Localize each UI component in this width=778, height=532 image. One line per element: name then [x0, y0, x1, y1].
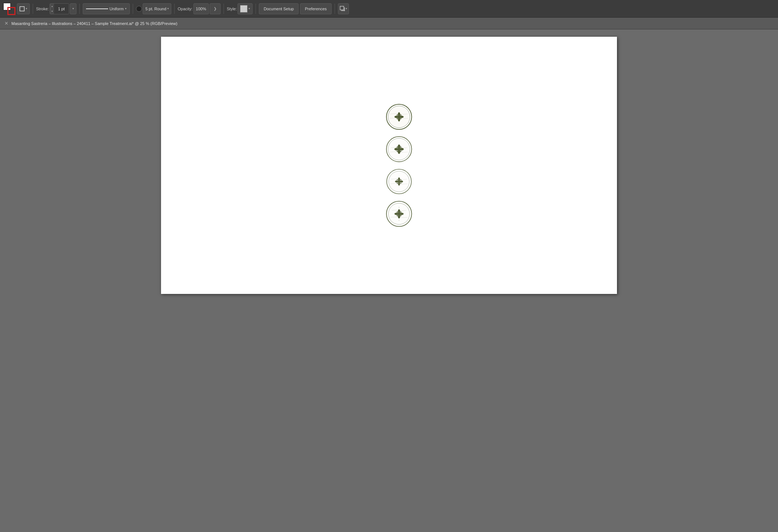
expand-icon: ❯ [214, 7, 217, 11]
mode-button[interactable]: ▾ [17, 3, 30, 14]
mode-group: ▾ [17, 3, 30, 14]
svg-point-23 [397, 148, 401, 151]
stroke-input[interactable] [54, 4, 69, 14]
mode-chevron: ▾ [26, 7, 27, 10]
button-illustration-4 [385, 200, 413, 228]
stroke-type-group: Uniform ▾ [83, 3, 130, 14]
svg-point-50 [397, 215, 398, 216]
stroke-line-preview [86, 8, 108, 9]
stroke-swatch[interactable] [7, 7, 15, 15]
stroke-fill-group [3, 3, 15, 15]
divider-5 [224, 4, 224, 14]
brush-dropdown[interactable]: 5 pt. Round ▾ [143, 3, 171, 14]
document-setup-button[interactable]: Document Setup [259, 3, 299, 14]
svg-point-48 [397, 211, 398, 213]
brush-dropdown-chevron: ▾ [167, 7, 169, 10]
stroke-group: Stroke: ▴ ▾ ▾ [36, 3, 76, 14]
divider-4 [174, 4, 175, 14]
svg-point-27 [400, 151, 402, 152]
style-label: Style: [227, 7, 237, 11]
square-icon [19, 6, 25, 11]
svg-point-36 [397, 179, 398, 180]
style-chevron: ▾ [249, 7, 250, 10]
tab-close-button[interactable]: ✕ [4, 21, 8, 26]
artboard [161, 37, 617, 294]
stroke-fill-widget[interactable] [3, 3, 15, 15]
style-swatch [240, 5, 247, 12]
stroke-type-chevron: ▾ [125, 7, 126, 10]
button-illustration-1 [385, 103, 413, 131]
divider-3 [133, 4, 133, 14]
stroke-down-arrow[interactable]: ▾ [50, 9, 54, 14]
buttons-illustration-group [385, 103, 413, 228]
toolbar: ▾ Stroke: ▴ ▾ ▾ Uniform ▾ 5 pt. Round [0, 0, 778, 18]
svg-rect-1 [340, 6, 344, 10]
svg-point-12 [397, 114, 398, 116]
button-illustration-3 [385, 167, 413, 196]
svg-point-24 [397, 147, 398, 148]
svg-point-35 [398, 180, 400, 183]
svg-point-25 [400, 147, 402, 148]
svg-point-11 [397, 115, 400, 118]
svg-point-47 [397, 212, 400, 215]
svg-rect-0 [20, 7, 24, 11]
divider-1 [33, 4, 33, 14]
stroke-dropdown[interactable]: ▾ [70, 3, 76, 14]
stroke-dropdown-chevron: ▾ [72, 7, 74, 10]
divider-2 [79, 4, 80, 14]
document-tab: ✕ Masanting Sastreria – Illustrations – … [0, 18, 778, 29]
arrange-chevron: ▾ [346, 7, 347, 10]
arrange-button[interactable]: ▾ [338, 3, 349, 14]
opacity-group: Opacity: 100% ❯ [178, 3, 221, 14]
svg-point-39 [400, 183, 401, 184]
brush-size-label: 5 pt. Round [145, 7, 166, 11]
stroke-label: Stroke: [36, 7, 49, 11]
opacity-label: Opacity: [178, 7, 192, 11]
stroke-type-label: Uniform [110, 7, 124, 11]
stroke-type-preview[interactable]: Uniform ▾ [83, 3, 130, 14]
stroke-spinner[interactable]: ▴ ▾ [50, 3, 69, 14]
stroke-up-arrow[interactable]: ▴ [50, 4, 54, 9]
preferences-button[interactable]: Preferences [300, 3, 331, 14]
brush-color-swatch [136, 6, 142, 12]
canvas-area [0, 29, 778, 532]
opacity-expand-btn[interactable]: ❯ [210, 3, 221, 14]
opacity-value[interactable]: 100% [193, 3, 209, 14]
opacity-display: 100% [196, 7, 206, 11]
svg-point-13 [400, 114, 402, 116]
svg-point-26 [397, 151, 398, 152]
style-group: Style: ▾ [227, 3, 253, 14]
svg-point-51 [400, 215, 402, 216]
divider-6 [256, 4, 256, 14]
stroke-arrows[interactable]: ▴ ▾ [50, 4, 54, 14]
style-swatch-btn[interactable]: ▾ [238, 3, 253, 14]
arrange-icon [340, 6, 346, 12]
divider-7 [335, 4, 335, 14]
brush-group: 5 pt. Round ▾ [136, 3, 171, 14]
document-title: Masanting Sastreria – Illustrations – 24… [11, 21, 177, 26]
button-illustration-2 [385, 135, 413, 163]
svg-point-49 [400, 211, 402, 213]
